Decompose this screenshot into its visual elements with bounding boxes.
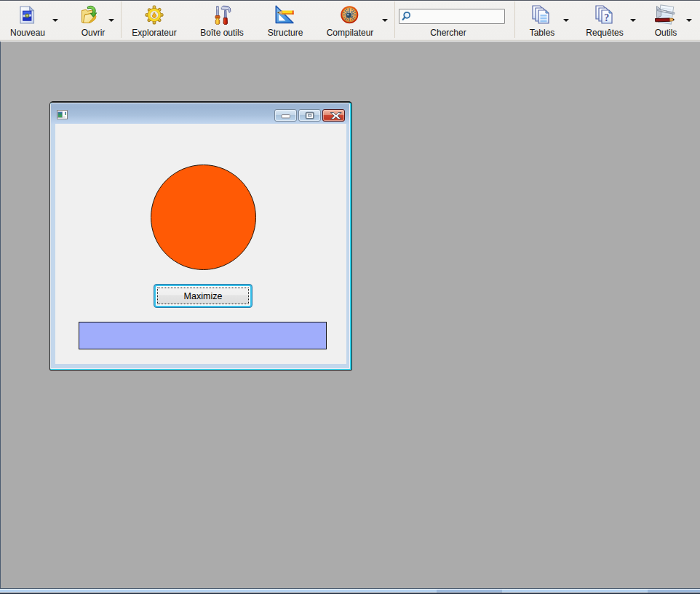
- svg-text:?: ?: [604, 12, 609, 23]
